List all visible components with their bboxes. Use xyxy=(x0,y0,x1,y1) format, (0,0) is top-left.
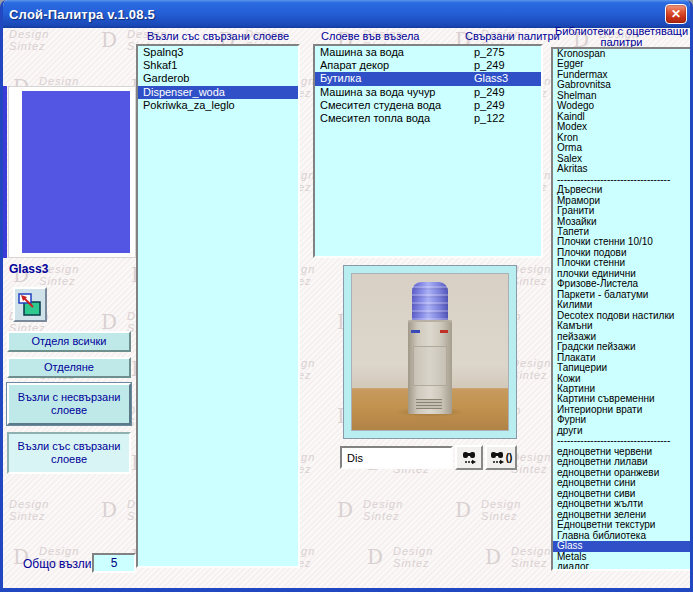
close-icon: ✕ xyxy=(671,7,681,21)
layer-row[interactable]: Смесител топла водаp_122 xyxy=(315,112,541,125)
linked-palette: p_275 xyxy=(474,46,541,59)
preview-panel xyxy=(8,86,136,258)
dispenser-photo xyxy=(351,273,509,431)
detach-all-button[interactable]: Отделя всички xyxy=(7,331,131,352)
node-item[interactable]: Shkaf1 xyxy=(138,59,298,72)
dispenser-tap-mark xyxy=(440,330,448,333)
layer-name: Машина за вода чучур xyxy=(320,86,474,99)
find-button[interactable] xyxy=(455,445,483,470)
brackets-label: () xyxy=(506,452,513,463)
binoculars-arrow-icon xyxy=(490,451,505,464)
assign-palette-button[interactable] xyxy=(13,287,47,322)
linked-palette: p_249 xyxy=(474,59,541,72)
linked-palette: Glass3 xyxy=(474,72,541,85)
layer-row[interactable]: Смесител студена водаp_249 xyxy=(315,99,541,112)
node-item[interactable]: Spalnq3 xyxy=(138,46,298,59)
water-bottle xyxy=(412,282,448,324)
library-item[interactable]: Гранити xyxy=(553,206,690,216)
dispenser-logo xyxy=(411,330,420,333)
palette-pick-icon xyxy=(17,292,43,318)
bottle-ribs xyxy=(412,286,448,320)
layer-name: Бутилка xyxy=(320,72,474,85)
preview-accent-strip xyxy=(3,86,7,258)
close-button[interactable]: ✕ xyxy=(665,4,687,24)
titlebar[interactable]: Слой-Палитра v.1.08.5 ✕ xyxy=(0,0,693,28)
node-item[interactable]: Pokriwka_za_leglo xyxy=(138,99,298,112)
library-item[interactable]: диалог xyxy=(553,562,690,571)
palettes-column-header: Свързани палитри xyxy=(465,30,560,42)
palette-color-swatch[interactable] xyxy=(22,91,130,253)
libraries-list[interactable]: KronospanEggerFundermaxGabrovnitsaShelma… xyxy=(551,47,692,571)
library-item[interactable]: Glass xyxy=(553,541,690,551)
find-in-group-button[interactable]: () xyxy=(485,445,517,470)
layer-row[interactable]: БутилкаGlass3 xyxy=(315,72,541,85)
layer-name: Машина за вода xyxy=(320,46,474,59)
node-item[interactable]: Garderob xyxy=(138,72,298,85)
dispenser-door-panel xyxy=(413,346,447,386)
nodes-list-header: Възли със свързани слоеве xyxy=(136,30,300,42)
nodes-unlinked-button[interactable]: Възли с несвързани слоеве xyxy=(7,383,131,425)
selected-palette-label: Glass3 xyxy=(9,262,48,276)
detach-button[interactable]: Отделяне xyxy=(7,357,131,378)
layer-row[interactable]: Апарат декорp_249 xyxy=(315,59,541,72)
linked-palette: p_249 xyxy=(474,99,541,112)
photo-frame xyxy=(343,265,517,439)
window-title: Слой-Палитра v.1.08.5 xyxy=(0,7,155,22)
layers-list-header: Слоеве във възела xyxy=(321,30,419,42)
library-item[interactable]: Тапицерии xyxy=(553,363,690,373)
layer-name: Апарат декор xyxy=(320,59,474,72)
binoculars-arrow-icon xyxy=(462,451,477,464)
layer-name: Смесител топла вода xyxy=(320,112,474,125)
total-nodes-label: Общо възли xyxy=(23,557,92,571)
layers-list[interactable]: Машина за водаp_275Апарат декорp_249Бути… xyxy=(313,44,543,258)
linked-palette: p_249 xyxy=(474,86,541,99)
library-item[interactable]: Дървесни xyxy=(553,185,690,195)
library-item[interactable]: Едноцветни текстури xyxy=(553,520,690,530)
layer-row[interactable]: Машина за вода чучурp_249 xyxy=(315,86,541,99)
linked-palette: p_122 xyxy=(474,112,541,125)
total-nodes-value: 5 xyxy=(92,553,136,573)
layer-row[interactable]: Машина за водаp_275 xyxy=(315,46,541,59)
libraries-list-header: Библиотеки с оцветяващи палитри xyxy=(551,26,692,48)
dispenser-vents xyxy=(416,399,442,409)
dispenser-body xyxy=(408,320,452,414)
layer-palette-window: DDesignSintezDDesignSintezDDesignSintezD… xyxy=(0,0,693,592)
node-item[interactable]: Dispenser_woda xyxy=(138,86,298,99)
nodes-linked-button[interactable]: Възли със свързани слоеве xyxy=(7,432,131,474)
nodes-list[interactable]: Spalnq3Shkaf1GarderobDispenser_wodaPokri… xyxy=(136,44,300,568)
layer-name: Смесител студена вода xyxy=(320,99,474,112)
palette-name-input[interactable] xyxy=(340,446,453,469)
